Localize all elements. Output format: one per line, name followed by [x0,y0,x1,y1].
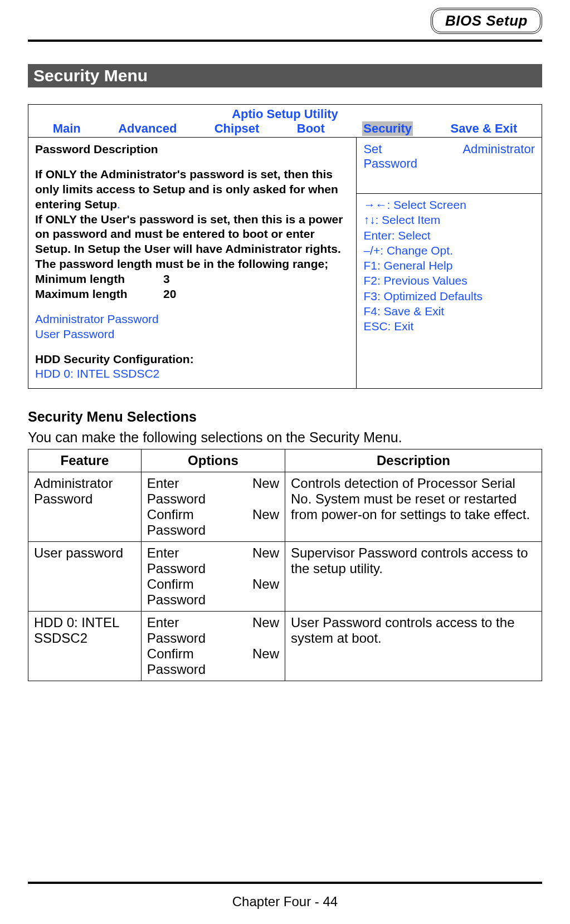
help-context-left: Set Password [363,142,417,171]
opt-l: Password [147,662,206,677]
help-line-3: –/+: Change Opt. [363,243,535,258]
feature-cell: Administrator Password [28,472,142,542]
opt-l: Enter [147,615,179,630]
help-line-1: ↑↓: Select Item [363,212,535,227]
opt-r: New [252,576,279,592]
tab-chipset[interactable]: Chipset [215,121,260,136]
bios-right-pane: Set Password Administrator →←: Select Sc… [357,138,542,388]
bios-title: Aptio Setup Utility [28,105,542,121]
description-cell: Supervisor Password controls access to t… [285,542,542,612]
tab-security[interactable]: Security [362,121,413,136]
option-line: EnterNew [147,615,279,630]
section-title: Security Menu [28,64,542,87]
description-cell: Controls detection of Processor Serial N… [285,472,542,542]
opt-r: New [252,545,279,561]
opt-l: Password [147,561,206,576]
opt-r: New [252,646,279,662]
administrator-password-item[interactable]: Administrator Password [35,312,349,327]
help-set-label: Set [363,142,382,156]
option-line: Password [147,522,279,538]
spacer [35,157,349,167]
table-row: Administrator Password EnterNew Password… [28,472,542,542]
help-line-5: F2: Previous Values [363,273,535,288]
opt-l: Password [147,491,206,507]
options-cell: EnterNew Password ConfirmNew Password [141,612,285,681]
help-admin-label: Administrator [462,142,535,156]
max-length-value: 20 [163,287,176,302]
option-line: ConfirmNew [147,507,279,522]
password-desc-para1: If ONLY the Administrator's password is … [35,168,338,211]
period-blue: . [117,198,120,211]
tab-save-exit[interactable]: Save & Exit [450,121,517,136]
help-line-4: F1: General Help [363,258,535,273]
bios-help-context: Set Password Administrator [357,138,542,194]
table-header-row: Feature Options Description [28,449,542,472]
spacer [35,302,349,312]
option-line: Password [147,561,279,576]
min-length-value: 3 [163,272,170,287]
opt-l: Confirm [147,646,194,662]
selections-intro: You can make the following selections on… [28,429,542,446]
col-options-header: Options [141,449,285,472]
page: BIOS Setup Security Menu Aptio Setup Uti… [0,0,570,924]
min-length-label: Minimum length [35,272,163,287]
bios-tabs: Main Advanced Chipset Boot Security Save… [28,121,542,138]
opt-l: Password [147,630,206,646]
tab-main[interactable]: Main [53,121,81,136]
help-line-6: F3: Optimized Defaults [363,289,535,304]
opt-l: Enter [147,476,179,491]
max-length-label: Maximum length [35,287,163,302]
col-feature-header: Feature [28,449,142,472]
bios-left-pane: Password Description If ONLY the Adminis… [28,138,357,388]
table-row: User password EnterNew Password ConfirmN… [28,542,542,612]
bios-help-keys: →←: Select Screen ↑↓: Select Item Enter:… [357,194,542,388]
help-line-8: ESC: Exit [363,319,535,334]
header-badge: BIOS Setup [431,8,542,34]
min-length-row: Minimum length 3 [35,272,349,287]
footer-divider [28,882,542,884]
selections-table: Feature Options Description Administrato… [28,449,542,681]
description-cell: User Password controls access to the sys… [285,612,542,681]
col-description-header: Description [285,449,542,472]
feature-cell: User password [28,542,142,612]
option-line: ConfirmNew [147,576,279,592]
opt-l: Password [147,592,206,608]
opt-r: New [252,615,279,630]
user-password-item[interactable]: User Password [35,327,349,342]
spacer [35,342,349,352]
password-description-heading: Password Description [35,142,349,157]
option-line: ConfirmNew [147,646,279,662]
bios-body: Password Description If ONLY the Adminis… [28,138,542,388]
option-line: EnterNew [147,476,279,491]
table-row: HDD 0: INTEL SSDSC2 EnterNew Password Co… [28,612,542,681]
option-line: Password [147,592,279,608]
opt-l: Enter [147,545,179,561]
help-context-right: Administrator [462,142,535,171]
hdd-security-heading: HDD Security Configuration: [35,352,349,367]
option-line: Password [147,662,279,677]
options-cell: EnterNew Password ConfirmNew Password [141,542,285,612]
bios-box: Aptio Setup Utility Main Advanced Chipse… [28,104,542,389]
hdd-item[interactable]: HDD 0: INTEL SSDSC2 [35,366,349,382]
opt-l: Password [147,522,206,538]
tab-boot[interactable]: Boot [297,121,325,136]
option-line: Password [147,491,279,507]
opt-r: New [252,507,279,522]
help-line-7: F4: Save & Exit [363,304,535,319]
password-desc-para2: If ONLY the User's password is set, then… [35,212,349,257]
tab-advanced[interactable]: Advanced [118,121,177,136]
max-length-row: Maximum length 20 [35,287,349,302]
help-line-2: Enter: Select [363,228,535,243]
selections-header: Security Menu Selections [28,409,542,425]
opt-l: Confirm [147,576,194,592]
header-divider [28,40,542,42]
opt-r: New [252,476,279,491]
footer: Chapter Four - 44 [28,882,542,910]
options-cell: EnterNew Password ConfirmNew Password [141,472,285,542]
footer-text: Chapter Four - 44 [28,894,542,910]
help-line-0: →←: Select Screen [363,197,535,212]
password-desc-para3: The password length must be in the follo… [35,257,349,272]
option-line: EnterNew [147,545,279,561]
header-row: BIOS Setup [28,0,542,34]
help-password-label: Password [363,157,417,170]
